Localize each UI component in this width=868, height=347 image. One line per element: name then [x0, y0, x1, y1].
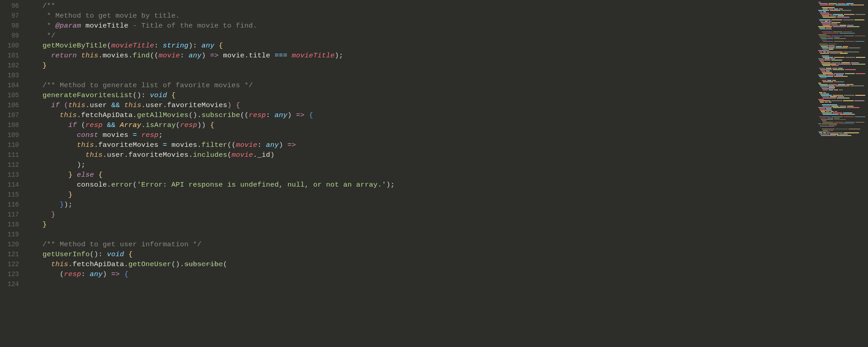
- code-token: *: [42, 22, 56, 30]
- code-token: movie: [231, 151, 253, 159]
- code-token: (: [107, 42, 112, 50]
- code-line[interactable]: );: [25, 160, 814, 170]
- code-token: movieTitle: [292, 52, 335, 60]
- code-line[interactable]: console.error('Error: API response is un…: [25, 180, 814, 190]
- code-token: const: [77, 131, 99, 139]
- code-token: resp: [64, 270, 81, 278]
- code-token: movies: [103, 131, 128, 139]
- code-token: isArray: [146, 121, 176, 129]
- code-line[interactable]: this.fetchApiData.getAllMovies().subscri…: [25, 110, 814, 120]
- code-line[interactable]: getUserInfo(): void {: [25, 249, 814, 259]
- code-line[interactable]: if (this.user && this.user.favoriteMovie…: [25, 100, 814, 110]
- code-token: );: [77, 161, 85, 169]
- code-line[interactable]: }: [25, 190, 814, 200]
- code-line[interactable]: const movies = resp;: [25, 130, 814, 140]
- code-line[interactable]: * Method to get movie by title.: [25, 11, 814, 21]
- code-token: [305, 111, 309, 119]
- code-token: generateFavoritesList: [42, 91, 133, 99]
- line-number: 97: [0, 11, 25, 21]
- code-line[interactable]: if (resp && Array.isArray(resp)) {: [25, 120, 814, 130]
- code-token: {: [236, 101, 241, 109]
- code-token: :: [81, 270, 90, 278]
- code-token: getMovieByTitle: [42, 42, 107, 50]
- code-line[interactable]: [25, 70, 814, 80]
- code-area[interactable]: /** * Method to get movie by title. * @p…: [25, 0, 814, 347]
- code-token: /** Method to generate list of favorite …: [42, 81, 253, 89]
- code-token: [128, 131, 133, 139]
- code-token: .: [142, 121, 146, 129]
- code-token: includes: [193, 151, 227, 159]
- code-line[interactable]: */: [25, 31, 814, 41]
- code-line[interactable]: (resp: any) => {: [25, 269, 814, 279]
- code-token: [120, 101, 124, 109]
- line-number: 112: [0, 160, 25, 170]
- line-number: 108: [0, 120, 25, 130]
- code-token: user: [107, 151, 124, 159]
- code-line[interactable]: }: [25, 220, 814, 230]
- code-token: favoriteMovies: [167, 101, 227, 109]
- code-line[interactable]: /** Method to get user information */: [25, 239, 814, 249]
- code-token: ().: [171, 260, 184, 268]
- code-token: ().: [189, 111, 202, 119]
- code-token: {: [128, 250, 133, 258]
- code-line[interactable]: }: [25, 61, 814, 70]
- code-line[interactable]: return this.movies.find((movie: any) => …: [25, 51, 814, 61]
- code-token: ): [270, 151, 275, 159]
- code-token: {: [210, 121, 215, 129]
- code-line[interactable]: generateFavoritesList(): void {: [25, 90, 814, 100]
- code-line[interactable]: this.user.favoriteMovies.includes(movie.…: [25, 150, 814, 160]
- code-token: ;: [159, 131, 163, 139]
- code-token: [270, 52, 275, 60]
- code-token: /** Method to get user information */: [42, 240, 202, 249]
- line-number: 111: [0, 150, 25, 160]
- code-token: (: [77, 121, 85, 129]
- code-line[interactable]: this.fetchApiData.getOneUser().subscribe…: [25, 259, 814, 269]
- code-token: if: [51, 101, 60, 109]
- code-token: {: [171, 91, 176, 99]
- code-token: this: [85, 151, 103, 159]
- line-number: 114: [0, 180, 25, 190]
- code-token: movies: [103, 52, 128, 60]
- code-token: any: [274, 111, 288, 119]
- code-token: &&: [107, 121, 116, 129]
- code-token: [137, 131, 142, 139]
- code-token: ():: [133, 91, 150, 99]
- code-token: favoriteMovies: [99, 141, 159, 149]
- code-token: ):: [189, 42, 202, 50]
- code-line[interactable]: }: [25, 210, 814, 220]
- code-token: ): [103, 270, 111, 278]
- line-number: 109: [0, 130, 25, 140]
- code-token: any: [189, 52, 202, 60]
- code-token: ((: [150, 52, 159, 60]
- minimap[interactable]: [814, 0, 868, 347]
- code-line[interactable]: [25, 230, 814, 239]
- code-token: =>: [210, 52, 219, 60]
- code-line[interactable]: getMovieByTitle(movieTitle: string): any…: [25, 41, 814, 51]
- code-token: resp: [142, 131, 159, 139]
- code-token: ((: [227, 141, 236, 149]
- code-line[interactable]: [25, 279, 814, 289]
- code-token: filter: [202, 141, 227, 149]
- code-token: * Method to get movie by title.: [42, 12, 180, 20]
- code-token: Array: [120, 121, 142, 129]
- code-line[interactable]: * @param movieTitle - Title of the movie…: [25, 21, 814, 31]
- code-token: .: [107, 181, 112, 189]
- code-line[interactable]: /**: [25, 1, 814, 11]
- code-token: this: [51, 260, 68, 268]
- line-number: 117: [0, 210, 25, 220]
- code-token: [288, 52, 292, 60]
- code-token: if: [68, 121, 77, 129]
- code-token: subscribe: [184, 260, 223, 268]
- code-editor[interactable]: 9697989910010110210310410510610710810911…: [0, 0, 868, 347]
- code-token: [159, 141, 163, 149]
- code-token: resp: [249, 111, 266, 119]
- code-token: 'Error: API response is undefined, null,…: [137, 181, 386, 189]
- line-number: 107: [0, 110, 25, 120]
- code-line[interactable]: /** Method to generate list of favorite …: [25, 80, 814, 90]
- code-token: any: [202, 42, 215, 50]
- code-line[interactable]: } else {: [25, 170, 814, 180]
- code-token: [214, 42, 219, 50]
- code-token: =>: [296, 111, 305, 119]
- code-line[interactable]: this.favoriteMovies = movies.filter((mov…: [25, 140, 814, 150]
- code-line[interactable]: });: [25, 200, 814, 210]
